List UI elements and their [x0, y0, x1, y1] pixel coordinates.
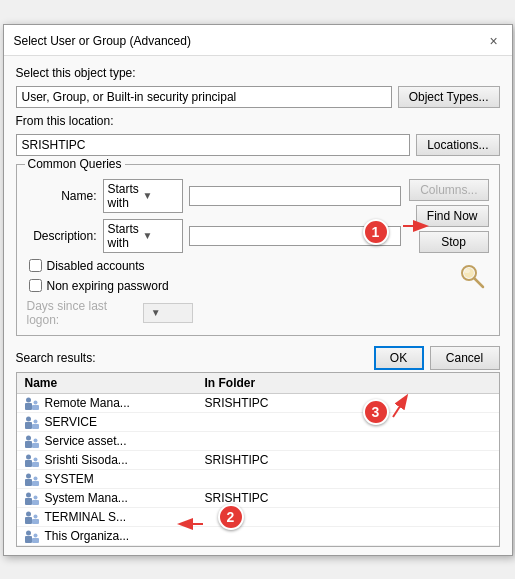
table-cell-folder: SRISHTIPC	[201, 395, 273, 411]
table-row[interactable]: System Mana...SRISHTIPC	[17, 489, 499, 508]
name-starts-with-combo[interactable]: Starts with ▼	[103, 179, 183, 213]
svg-point-15	[33, 438, 37, 442]
location-input[interactable]	[16, 134, 411, 156]
table-cell-folder	[201, 440, 209, 442]
desc-starts-with-combo[interactable]: Starts with ▼	[103, 219, 183, 253]
svg-rect-10	[32, 424, 39, 429]
ok-button[interactable]: OK	[374, 346, 424, 370]
disabled-accounts-row: Disabled accounts	[27, 259, 401, 273]
non-expiring-label: Non expiring password	[47, 279, 169, 293]
non-expiring-checkbox[interactable]	[29, 279, 42, 292]
results-table: Name In Folder Remote Mana...SRISHTIPC S…	[16, 372, 500, 547]
svg-point-25	[26, 492, 31, 497]
svg-point-23	[33, 476, 37, 480]
svg-rect-28	[25, 517, 32, 524]
table-cell-name: SERVICE	[21, 414, 201, 430]
svg-rect-16	[25, 460, 32, 467]
table-cell-folder	[201, 535, 209, 537]
non-expiring-row: Non expiring password	[27, 279, 401, 293]
common-queries-label: Common Queries	[25, 157, 125, 171]
desc-starts-with-label: Starts with	[108, 222, 143, 250]
svg-point-29	[26, 511, 31, 516]
table-row[interactable]: TERMINAL S...	[17, 508, 499, 527]
table-row[interactable]: Service asset...	[17, 432, 499, 451]
svg-rect-22	[32, 481, 39, 486]
table-cell-folder: SRISHTIPC	[201, 452, 273, 468]
table-row[interactable]: SERVICE	[17, 413, 499, 432]
svg-rect-32	[25, 536, 32, 543]
svg-rect-24	[25, 498, 32, 505]
ok-cancel-row: OK Cancel	[374, 346, 500, 370]
name-starts-with-label: Starts with	[108, 182, 143, 210]
row-name: Remote Mana...	[45, 396, 130, 410]
table-row[interactable]: Remote Mana...SRISHTIPC	[17, 394, 499, 413]
svg-point-9	[26, 416, 31, 421]
days-combo: ▼	[143, 303, 193, 323]
cancel-button[interactable]: Cancel	[430, 346, 500, 370]
svg-point-21	[26, 473, 31, 478]
location-row: Locations...	[16, 134, 500, 156]
locations-button[interactable]: Locations...	[416, 134, 499, 156]
svg-point-19	[33, 457, 37, 461]
common-queries-group: Common Queries Name: Starts with ▼	[16, 164, 500, 336]
table-row[interactable]: UsersSRISHTIPC	[17, 546, 499, 547]
group-right: Columns... Find Now Stop	[409, 179, 489, 327]
svg-rect-30	[32, 519, 39, 524]
group-left: Name: Starts with ▼ Description: Starts	[27, 179, 401, 327]
row-name: SERVICE	[45, 415, 97, 429]
dialog-body: Select this object type: Object Types...…	[4, 56, 512, 344]
svg-rect-34	[32, 538, 39, 543]
svg-rect-14	[32, 443, 39, 448]
table-cell-folder	[201, 421, 209, 423]
table-body: Remote Mana...SRISHTIPC SERVICE Service …	[17, 394, 499, 547]
object-types-button[interactable]: Object Types...	[398, 86, 500, 108]
table-cell-folder	[201, 478, 209, 480]
location-label-text: From this location:	[16, 114, 500, 128]
object-type-row: Object Types...	[16, 86, 500, 108]
object-type-input[interactable]	[16, 86, 392, 108]
table-cell-folder: SRISHTIPC	[201, 490, 273, 506]
columns-button[interactable]: Columns...	[409, 179, 488, 201]
table-cell-name: System Mana...	[21, 490, 201, 506]
row-name: TERMINAL S...	[45, 510, 127, 524]
row-name: System Mana...	[45, 491, 128, 505]
find-now-button[interactable]: Find Now	[416, 205, 489, 227]
svg-point-31	[33, 514, 37, 518]
row-name: Srishti Sisoda...	[45, 453, 128, 467]
table-row[interactable]: SYSTEM	[17, 470, 499, 489]
svg-rect-20	[25, 479, 32, 486]
description-value-input[interactable]	[189, 226, 401, 246]
svg-rect-4	[25, 403, 32, 410]
table-row[interactable]: This Organiza...	[17, 527, 499, 546]
disabled-accounts-checkbox[interactable]	[29, 259, 42, 272]
table-cell-name: Remote Mana...	[21, 395, 201, 411]
name-combo-arrow: ▼	[143, 190, 178, 201]
svg-point-7	[33, 400, 37, 404]
svg-point-27	[33, 495, 37, 499]
close-button[interactable]: ×	[486, 33, 502, 49]
dialog-title: Select User or Group (Advanced)	[14, 34, 191, 48]
select-user-dialog: Select User or Group (Advanced) × Select…	[3, 24, 513, 556]
row-name: SYSTEM	[45, 472, 94, 486]
svg-point-3	[464, 269, 470, 273]
search-icon	[457, 261, 489, 293]
svg-point-11	[33, 419, 37, 423]
name-value-input[interactable]	[189, 186, 401, 206]
name-row: Name: Starts with ▼	[27, 179, 401, 213]
svg-rect-8	[25, 422, 32, 429]
table-row[interactable]: Srishti Sisoda...SRISHTIPC	[17, 451, 499, 470]
table-cell-name: Srishti Sisoda...	[21, 452, 201, 468]
row-name: Service asset...	[45, 434, 127, 448]
stop-button[interactable]: Stop	[419, 231, 489, 253]
svg-rect-12	[25, 441, 32, 448]
object-type-label-text: Select this object type:	[16, 66, 500, 80]
svg-rect-26	[32, 500, 39, 505]
group-content: Name: Starts with ▼ Description: Starts	[27, 179, 489, 327]
table-cell-name: This Organiza...	[21, 528, 201, 544]
description-label: Description:	[27, 229, 97, 243]
title-bar: Select User or Group (Advanced) ×	[4, 25, 512, 56]
days-combo-arrow: ▼	[151, 307, 161, 318]
table-cell-name: SYSTEM	[21, 471, 201, 487]
desc-combo-arrow: ▼	[143, 230, 178, 241]
svg-rect-6	[32, 405, 39, 410]
